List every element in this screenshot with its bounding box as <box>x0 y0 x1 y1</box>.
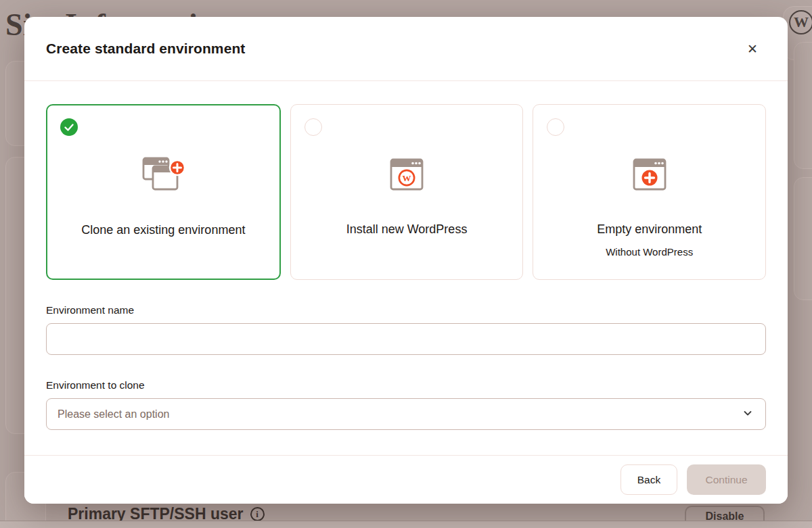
environment-name-input[interactable] <box>46 323 766 355</box>
background-card <box>794 42 812 169</box>
chevron-down-icon <box>742 408 753 421</box>
wordpress-window-icon: W <box>389 152 424 197</box>
svg-text:W: W <box>403 173 411 183</box>
background-card <box>794 177 812 300</box>
option-sublabel: Without WordPress <box>606 246 693 258</box>
option-card-clone-existing[interactable]: Clone an existing environment <box>46 104 281 280</box>
option-label: Clone an existing environment <box>81 223 245 237</box>
environment-type-options: Clone an existing environment <box>46 104 766 280</box>
modal-header: Create standard environment ✕ <box>24 17 788 81</box>
environment-name-label: Environment name <box>46 304 766 316</box>
environment-to-clone-select[interactable]: Please select an option <box>46 398 766 430</box>
clone-windows-icon <box>141 153 185 197</box>
modal-footer: Back Continue <box>24 455 788 504</box>
close-icon[interactable]: ✕ <box>743 39 762 59</box>
option-label: Empty environment <box>597 222 702 237</box>
environment-to-clone-label: Environment to clone <box>46 379 766 391</box>
info-icon: i <box>250 507 265 521</box>
wordpress-logo-icon: W <box>789 10 812 34</box>
option-card-install-wordpress[interactable]: W Install new WordPress <box>290 104 524 280</box>
modal-body: Clone an existing environment <box>24 81 788 430</box>
radio-unselected-icon <box>304 118 322 136</box>
plus-window-icon <box>632 152 667 197</box>
back-button[interactable]: Back <box>621 464 677 495</box>
select-placeholder: Please select an option <box>58 408 169 421</box>
create-environment-modal: Create standard environment ✕ <box>24 17 788 504</box>
selected-check-icon <box>60 118 78 136</box>
continue-button[interactable]: Continue <box>687 464 766 495</box>
option-label: Install new WordPress <box>346 222 468 237</box>
modal-title: Create standard environment <box>46 41 245 57</box>
radio-unselected-icon <box>547 118 564 136</box>
option-card-empty-environment[interactable]: Empty environment Without WordPress <box>533 104 766 280</box>
background-strip <box>0 521 812 528</box>
